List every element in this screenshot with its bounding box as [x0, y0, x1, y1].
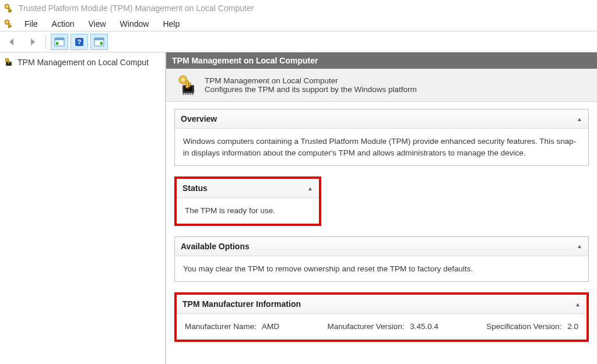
collapse-icon: ▲: [307, 185, 313, 192]
mfr-version-label: Manufacturer Version: [327, 322, 408, 331]
show-hide-action-pane-button[interactable]: [90, 34, 108, 50]
panel-overview-body: Windows computers containing a Trusted P…: [175, 129, 588, 165]
svg-point-1: [6, 6, 8, 8]
mfr-name-label: Manufacturer Name: [185, 322, 260, 331]
mfr-spec-label: Specification Version: [486, 322, 565, 331]
svg-rect-15: [94, 38, 104, 40]
tpm-key-chip-icon: [3, 57, 14, 68]
menu-help[interactable]: Help: [157, 18, 185, 30]
panel-mfr-title: TPM Manufacturer Information: [182, 299, 301, 309]
svg-rect-30: [186, 81, 188, 88]
panel-mfr-header[interactable]: TPM Manufacturer Information ▲: [177, 295, 587, 314]
menu-view[interactable]: View: [82, 18, 111, 30]
content-header: TPM Management on Local Computer: [166, 52, 597, 69]
content-pane: TPM Management on Local Computer TPM Man…: [166, 52, 597, 364]
svg-rect-4: [10, 11, 11, 12]
svg-rect-31: [188, 83, 191, 84]
app-key-icon: [3, 3, 14, 13]
back-button[interactable]: [3, 34, 21, 50]
panel-options-title: Available Options: [181, 242, 250, 251]
intro-text: TPM Management on Local Computer Configu…: [205, 76, 417, 94]
mfr-name-field: Manufacturer Name AMD: [185, 321, 279, 333]
tpm-key-chip-large-icon: [177, 75, 198, 96]
collapse-icon: ▲: [577, 243, 582, 249]
panel-overview-title: Overview: [181, 114, 217, 123]
svg-rect-27: [192, 93, 194, 95]
app-key-icon: [3, 19, 14, 29]
mfr-spec-value: 2.0: [567, 322, 578, 331]
tree-node-label: TPM Management on Local Comput: [17, 58, 149, 67]
forward-button[interactable]: [23, 34, 41, 50]
menu-bar: File Action View Window Help: [0, 16, 597, 31]
panel-mfr-body: Manufacturer Name AMD Manufacturer Versi…: [177, 314, 587, 340]
intro-line-1: TPM Management on Local Computer: [205, 76, 417, 85]
svg-rect-23: [182, 93, 184, 95]
svg-rect-11: [56, 42, 58, 45]
svg-rect-16: [100, 42, 103, 45]
panel-status-body: The TPM is ready for use.: [177, 198, 319, 224]
svg-rect-32: [188, 85, 190, 87]
svg-rect-3: [10, 10, 12, 11]
mfr-version-field: Manufacturer Version 3.45.0.4: [327, 321, 438, 333]
mfr-name-value: AMD: [262, 322, 279, 331]
panel-manufacturer-info: TPM Manufacturer Information ▲ Manufactu…: [174, 292, 589, 342]
collapse-icon: ▲: [575, 301, 581, 308]
svg-text:?: ?: [78, 38, 82, 45]
panel-options-body: You may clear the TPM to remove ownershi…: [175, 256, 588, 282]
intro-line-2: Configures the TPM and its support by th…: [205, 85, 417, 94]
panels-container: Overview ▲ Windows computers containing …: [166, 102, 597, 359]
toolbar-divider: [45, 35, 46, 49]
menu-action[interactable]: Action: [46, 18, 80, 30]
panel-overview: Overview ▲ Windows computers containing …: [174, 109, 589, 166]
svg-rect-20: [8, 61, 9, 63]
window-title-bar: Trusted Platform Module (TPM) Management…: [0, 0, 597, 16]
collapse-icon: ▲: [577, 116, 582, 122]
svg-rect-26: [189, 93, 191, 95]
tree-node-tpm-management[interactable]: TPM Management on Local Comput: [0, 55, 165, 70]
window-title: Trusted Platform Module (TPM) Management…: [19, 3, 254, 13]
mfr-spec-field: Specification Version 2.0: [486, 321, 578, 333]
svg-rect-10: [55, 38, 64, 40]
console-tree-pane: TPM Management on Local Comput: [0, 52, 166, 364]
svg-point-6: [6, 21, 8, 23]
show-hide-console-tree-button[interactable]: [51, 34, 68, 50]
panel-available-options: Available Options ▲ You may clear the TP…: [174, 236, 589, 282]
svg-rect-8: [10, 26, 12, 27]
panel-status: Status ▲ The TPM is ready for use.: [174, 176, 321, 226]
intro-box: TPM Management on Local Computer Configu…: [166, 69, 597, 102]
main-area: TPM Management on Local Comput TPM Manag…: [0, 52, 597, 364]
panel-options-header[interactable]: Available Options ▲: [175, 237, 588, 256]
panel-status-header[interactable]: Status ▲: [177, 179, 319, 198]
panel-status-title: Status: [182, 183, 208, 193]
help-button[interactable]: ?: [71, 34, 88, 50]
toolbar: ?: [0, 31, 597, 52]
svg-point-29: [182, 79, 185, 82]
menu-window[interactable]: Window: [114, 18, 155, 30]
svg-rect-25: [187, 93, 189, 95]
panel-overview-header[interactable]: Overview ▲: [175, 109, 588, 129]
svg-rect-24: [185, 93, 187, 95]
menu-file[interactable]: File: [19, 18, 44, 30]
mfr-version-value: 3.45.0.4: [410, 322, 438, 331]
